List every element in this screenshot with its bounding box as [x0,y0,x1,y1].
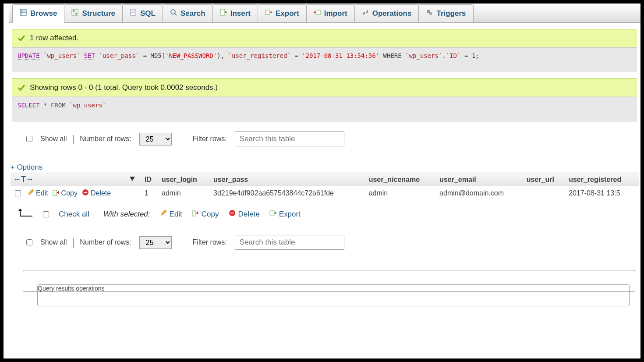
svg-rect-14 [316,10,320,14]
tab-sql-label: SQL [140,9,156,18]
svg-rect-19 [84,192,87,193]
cell-user-login: admin [159,186,211,201]
select-success-notice: Showing rows 0 - 0 (1 total, Query took … [12,78,637,122]
cell-user-nicename: admin [366,186,437,201]
tab-insert[interactable]: Insert [212,4,258,22]
tab-structure[interactable]: Structure [64,4,123,22]
copy-icon [53,189,60,198]
tab-browse-label: Browse [30,9,57,18]
tab-export-label: Export [276,9,299,18]
import-icon [314,9,321,18]
svg-rect-5 [73,10,74,12]
svg-line-11 [175,14,177,15]
col-user-url[interactable]: user_url [524,173,566,186]
separator: | [72,133,74,145]
controls-bottom: Show all | Number of rows: 25 Filter row… [9,225,640,256]
svg-rect-17 [53,190,57,195]
structure-icon [71,9,78,18]
options-toggle[interactable]: + Options [9,153,42,173]
top-tabs: Browse Structure SQL Search Insert Expor… [9,4,640,23]
check-all-link[interactable]: Check all [59,210,89,219]
separator: | [72,237,74,248]
update-success-notice: 1 row affected. UPDATE `wp_users` SET `u… [12,29,637,72]
col-user-login[interactable]: user_login [159,173,211,186]
svg-point-15 [427,10,430,13]
col-user-nicename[interactable]: user_nicename [366,173,437,186]
tab-sql[interactable]: SQL [122,4,163,22]
with-selected-label: With selected: [103,210,150,219]
tab-operations[interactable]: Operations [354,4,419,22]
select-success-text: Showing rows 0 - 0 (1 total, Query took … [30,83,218,92]
tab-export[interactable]: Export [258,4,307,22]
show-all-checkbox[interactable] [26,136,32,142]
num-rows-select-bottom[interactable]: 25 [139,236,172,249]
col-user-pass[interactable]: user_pass [211,173,366,186]
tab-import-label: Import [324,9,347,18]
svg-rect-13 [265,10,270,14]
bulk-edit-link[interactable]: Edit [160,209,182,219]
svg-rect-12 [220,9,225,15]
bulk-export-link[interactable]: Export [269,209,301,219]
num-rows-select[interactable]: 25 [139,133,172,146]
tab-triggers-label: Triggers [436,9,466,18]
delete-icon [229,209,236,219]
copy-icon [192,209,199,219]
col-user-email[interactable]: user_email [437,173,524,186]
pencil-icon [27,189,34,198]
cell-user-email: admin@domain.com [437,186,524,201]
tab-search-label: Search [180,9,205,18]
update-success-text: 1 row affected. [30,34,78,43]
col-id[interactable]: ID [142,173,159,186]
query-results-operations: Query results operations [23,270,635,292]
arrows-header[interactable]: ←T→ [13,175,34,184]
export-icon [269,209,276,219]
cell-id: 1 [142,186,159,201]
browse-icon [20,9,27,18]
bulk-copy-link[interactable]: Copy [192,209,219,219]
svg-rect-6 [75,13,77,14]
svg-rect-0 [20,9,26,15]
tab-insert-label: Insert [230,9,251,18]
sort-arrow-icon[interactable] [130,175,135,183]
check-icon [18,84,25,92]
row-copy-link[interactable]: Copy [53,189,78,198]
svg-rect-22 [230,213,234,213]
check-all-checkbox[interactable] [43,211,49,217]
sql-icon [130,9,137,18]
results-table: ←T→ ID user_login user_pass user_nicenam… [11,173,639,200]
arrow-up-icon [18,207,33,221]
insert-icon [220,9,227,18]
pencil-icon [160,209,167,219]
export-icon [265,9,272,18]
gears-icon [426,9,433,18]
show-all-label: Show all [40,135,67,143]
controls-top: Show all | Number of rows: 25 Filter row… [9,122,640,153]
wrench-icon [362,9,369,18]
show-all-checkbox-bottom[interactable] [26,239,32,245]
update-sql-box: UPDATE `wp_users` SET `user_pass` = MD5(… [12,47,637,72]
row-checkbox[interactable] [15,190,21,196]
tab-search[interactable]: Search [163,4,213,22]
svg-rect-20 [192,211,196,216]
tab-browse[interactable]: Browse [12,4,64,23]
search-icon [170,9,177,18]
cell-user-pass: 3d219e4df902aa657543844c72a61fde [211,186,366,201]
col-user-registered[interactable]: user_registered [566,173,639,186]
filter-rows-input-bottom[interactable] [235,235,344,250]
cell-user-registered: 2017-08-31 13:5 [566,186,639,201]
tab-import[interactable]: Import [306,4,355,22]
filter-rows-label: Filter rows: [193,135,227,143]
filter-rows-input[interactable] [235,131,344,146]
col-actions: ←T→ [11,173,142,186]
tab-operations-label: Operations [372,9,412,18]
filter-rows-label-bottom: Filter rows: [193,238,227,246]
cell-user-url [524,186,566,201]
row-edit-link[interactable]: Edit [27,189,48,198]
num-rows-label-bottom: Number of rows: [80,238,131,246]
table-row: Edit Copy Delete 1 admin 3d219e4df902aa6… [11,186,639,201]
select-sql-box: SELECT * FROM `wp_users` [12,97,637,122]
tab-triggers[interactable]: Triggers [418,4,473,22]
bulk-delete-link[interactable]: Delete [229,209,260,219]
tab-structure-label: Structure [82,9,115,18]
row-delete-link[interactable]: Delete [82,189,111,198]
